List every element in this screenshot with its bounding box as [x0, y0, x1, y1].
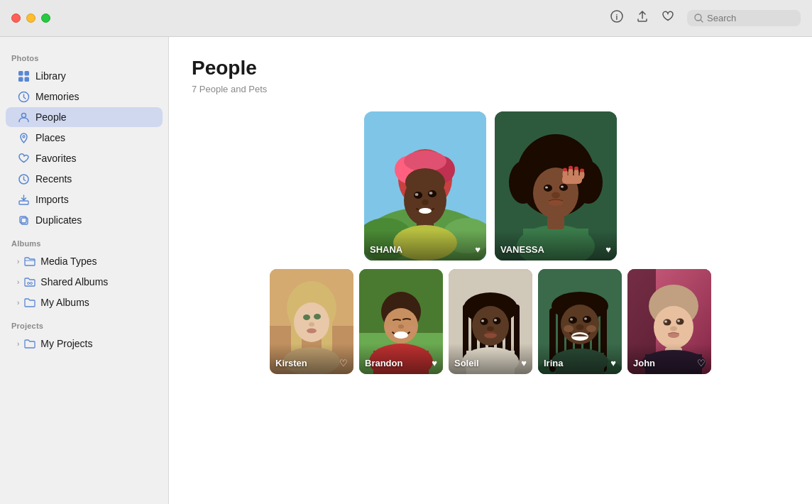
svg-point-116 [584, 317, 587, 320]
svg-point-79 [394, 332, 408, 339]
svg-point-57 [580, 169, 584, 172]
sidebar-item-places[interactable]: Places [6, 128, 163, 148]
brandon-name-bar: Brandon ♥ [359, 344, 443, 374]
svg-point-55 [569, 166, 573, 170]
chevron-icon: › [17, 258, 19, 265]
svg-point-97 [481, 319, 484, 322]
svg-rect-7 [24, 77, 29, 82]
person-card-shana[interactable]: SHANA ♥ [364, 111, 486, 261]
people-label: People [35, 111, 67, 123]
library-icon [17, 70, 30, 82]
sidebar-item-people[interactable]: People [6, 107, 163, 127]
sidebar-item-duplicates[interactable]: Duplicates [6, 210, 163, 230]
maximize-button[interactable] [41, 13, 50, 23]
titlebar-actions: i [610, 10, 801, 26]
person-card-irina[interactable]: Irina ♥ [538, 269, 622, 374]
chevron-icon: › [17, 299, 19, 307]
close-button[interactable] [11, 13, 21, 23]
albums-section-label: Albums [0, 231, 168, 251]
page-subtitle: 7 People and Pets [192, 84, 789, 94]
soleil-name-bar: Soleil ♥ [449, 344, 532, 374]
kirsten-heart-icon[interactable]: ♡ [339, 358, 348, 368]
titlebar: i [0, 0, 812, 37]
sidebar-item-my-projects[interactable]: › My Projects [6, 334, 163, 354]
svg-point-15 [28, 283, 30, 285]
irina-name: Irina [544, 358, 563, 368]
svg-point-131 [664, 320, 667, 322]
svg-point-113 [569, 317, 577, 324]
info-icon[interactable]: i [610, 10, 623, 26]
imports-icon [17, 193, 30, 206]
search-input[interactable] [707, 13, 792, 23]
svg-point-43 [544, 185, 552, 192]
svg-point-9 [21, 113, 26, 117]
projects-folder-icon [23, 337, 36, 350]
media-types-label: Media Types [40, 256, 97, 267]
shared-albums-label: Shared Albums [40, 276, 108, 287]
sidebar-item-imports[interactable]: Imports [6, 190, 163, 209]
john-heart-icon[interactable]: ♡ [697, 358, 706, 368]
svg-point-92 [472, 306, 509, 346]
recents-label: Recents [35, 173, 72, 185]
kirsten-name: Kirsten [275, 358, 307, 368]
people-icon [17, 111, 30, 124]
svg-rect-4 [18, 71, 23, 76]
sidebar-item-library[interactable]: Library [6, 66, 163, 86]
memories-label: Memories [35, 91, 79, 102]
vanessa-name: VANESSA [500, 244, 544, 255]
shana-name-bar: SHANA ♥ [364, 230, 486, 261]
svg-point-26 [405, 168, 445, 197]
svg-point-56 [574, 167, 578, 170]
svg-point-78 [398, 324, 404, 329]
imports-label: Imports [35, 194, 69, 205]
person-card-soleil[interactable]: Soleil ♥ [449, 269, 532, 374]
svg-point-46 [561, 186, 564, 188]
duplicates-icon [17, 214, 30, 226]
sidebar-item-memories[interactable]: Memories [6, 87, 163, 106]
projects-section-label: Projects [0, 313, 168, 333]
sidebar-item-shared-albums[interactable]: › Shared Albums [6, 272, 163, 292]
shana-heart-icon[interactable]: ♥ [475, 244, 481, 255]
share-icon[interactable] [636, 10, 649, 26]
like-icon[interactable] [662, 10, 674, 26]
irina-name-bar: Irina ♥ [538, 344, 622, 374]
soleil-heart-icon[interactable]: ♥ [521, 358, 527, 368]
search-bar[interactable] [687, 10, 801, 26]
svg-point-117 [576, 324, 584, 330]
svg-rect-12 [19, 201, 28, 204]
svg-point-130 [676, 319, 684, 325]
brandon-heart-icon[interactable]: ♥ [432, 358, 437, 368]
sidebar-item-recents[interactable]: Recents [6, 169, 163, 189]
page-title: People [192, 57, 789, 80]
svg-point-132 [677, 319, 680, 322]
svg-point-80 [385, 325, 395, 332]
places-icon [17, 131, 30, 144]
svg-rect-6 [18, 77, 23, 82]
person-card-john[interactable]: John ♡ [627, 269, 711, 374]
traffic-lights [11, 13, 50, 23]
svg-point-68 [309, 322, 314, 327]
sidebar-item-favorites[interactable]: Favorites [6, 148, 163, 168]
svg-point-47 [552, 192, 560, 199]
vanessa-heart-icon[interactable]: ♥ [605, 244, 611, 255]
svg-point-31 [422, 199, 429, 205]
svg-point-45 [545, 187, 548, 189]
svg-point-129 [664, 319, 671, 326]
brandon-name: Brandon [365, 358, 402, 368]
person-card-brandon[interactable]: Brandon ♥ [359, 269, 443, 374]
svg-point-32 [419, 208, 432, 214]
sidebar: Photos Library Memories [0, 37, 169, 504]
svg-point-30 [429, 192, 433, 195]
person-card-vanessa[interactable]: VANESSA ♥ [495, 111, 617, 261]
svg-point-66 [303, 314, 310, 320]
sidebar-item-media-types[interactable]: › Media Types [6, 251, 163, 271]
svg-point-120 [586, 325, 596, 332]
person-card-kirsten[interactable]: Kirsten ♡ [270, 269, 353, 374]
sidebar-item-my-albums[interactable]: › My Albums [6, 292, 163, 312]
search-icon [694, 13, 703, 23]
minimize-button[interactable] [26, 13, 35, 23]
irina-heart-icon[interactable]: ♥ [610, 358, 616, 368]
svg-point-54 [563, 168, 567, 172]
people-grid-bottom: Kirsten ♡ [192, 269, 789, 374]
svg-point-114 [583, 316, 591, 323]
